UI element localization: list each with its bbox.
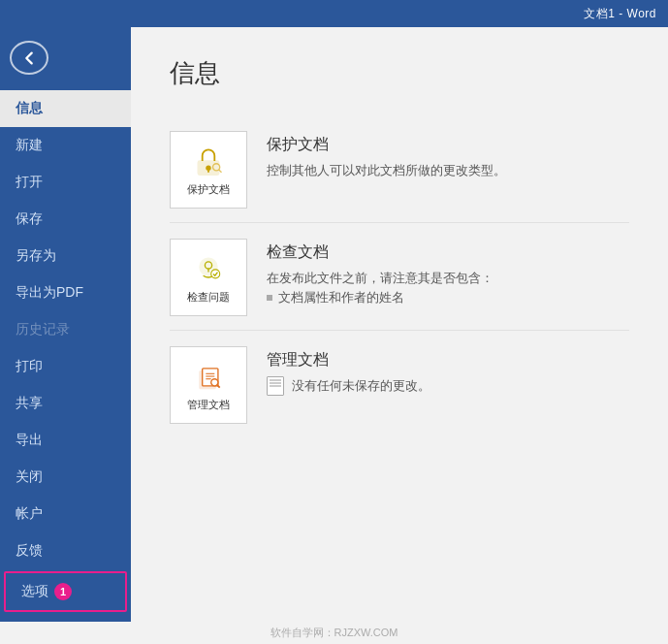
page-title: 信息 (170, 56, 629, 90)
title-bar: 文档1 - Word (0, 0, 668, 27)
sidebar-nav: 信息 新建 打开 保存 另存为 导出为PDF 历史记录 打印 (0, 90, 131, 622)
sidebar-item-save[interactable]: 保存 (0, 201, 131, 238)
doc-small-icon (267, 376, 284, 396)
svg-point-1 (206, 165, 210, 170)
sidebar-item-export-pdf[interactable]: 导出为PDF (0, 274, 131, 311)
protect-doc-button[interactable]: 保护文档 (170, 131, 247, 209)
manage-doc-icon-label: 管理文档 (187, 398, 230, 411)
sidebar-item-export[interactable]: 导出 (0, 422, 131, 459)
protect-doc-card: 保护文档 保护文档 控制其他人可以对此文档所做的更改类型。 (170, 117, 629, 223)
inspect-doc-icon-label: 检查问题 (187, 290, 230, 304)
svg-line-14 (217, 385, 220, 388)
inspect-doc-list-item-0: 文档属性和作者的姓名 (267, 289, 629, 306)
bullet-icon (267, 295, 272, 301)
sidebar-item-account[interactable]: 帐户 (0, 496, 131, 532)
manage-doc-button[interactable]: 管理文档 (170, 346, 247, 424)
sidebar-item-new[interactable]: 新建 (0, 127, 131, 164)
footer: 软件自学网：RJZXW.COM (0, 622, 668, 644)
manage-doc-title: 管理文档 (267, 350, 629, 370)
info-cards: 保护文档 保护文档 控制其他人可以对此文档所做的更改类型。 (170, 117, 629, 437)
manage-doc-sub-item: 没有任何未保存的更改。 (267, 376, 629, 396)
inspect-doc-desc: 在发布此文件之前，请注意其是否包含： (267, 269, 629, 289)
back-button[interactable] (10, 41, 48, 75)
sidebar-bottom: 帐户 反馈 选项 1 (0, 496, 131, 622)
protect-doc-title: 保护文档 (267, 135, 629, 155)
options-badge: 1 (54, 583, 72, 600)
inspect-doc-content: 检查文档 在发布此文件之前，请注意其是否包含： 文档属性和作者的姓名 (267, 239, 629, 306)
content-area: 信息 保护文档 (131, 27, 668, 622)
sidebar-item-info[interactable]: 信息 (0, 90, 131, 127)
inspect-doc-card: 检查问题 检查文档 在发布此文件之前，请注意其是否包含： 文档属性和作者的姓名 (170, 225, 629, 331)
sidebar-item-feedback[interactable]: 反馈 (0, 532, 131, 569)
svg-point-13 (211, 379, 218, 386)
protect-doc-desc: 控制其他人可以对此文档所做的更改类型。 (267, 161, 629, 181)
sidebar-item-save-as[interactable]: 另存为 (0, 238, 131, 274)
sidebar: 信息 新建 打开 保存 另存为 导出为PDF 历史记录 打印 (0, 27, 131, 622)
title-bar-text: 文档1 - Word (584, 6, 656, 22)
manage-doc-card: 管理文档 管理文档 没有任何未保存的更改。 (170, 333, 629, 437)
main-layout: 信息 新建 打开 保存 另存为 导出为PDF 历史记录 打印 (0, 27, 668, 622)
protect-doc-content: 保护文档 控制其他人可以对此文档所做的更改类型。 (267, 131, 629, 181)
inspect-doc-title: 检查文档 (267, 242, 629, 263)
sidebar-item-history: 历史记录 (0, 311, 131, 348)
manage-doc-content: 管理文档 没有任何未保存的更改。 (267, 346, 629, 396)
sidebar-item-print[interactable]: 打印 (0, 348, 131, 385)
svg-point-7 (211, 270, 220, 278)
footer-text: 软件自学网：RJZXW.COM (270, 627, 398, 638)
sidebar-item-open[interactable]: 打开 (0, 164, 131, 201)
sidebar-item-close[interactable]: 关闭 (0, 459, 131, 496)
protect-doc-icon-label: 保护文档 (187, 182, 230, 196)
inspect-doc-button[interactable]: 检查问题 (170, 239, 247, 316)
sidebar-item-options[interactable]: 选项 1 (4, 571, 127, 612)
sidebar-item-share[interactable]: 共享 (0, 385, 131, 422)
